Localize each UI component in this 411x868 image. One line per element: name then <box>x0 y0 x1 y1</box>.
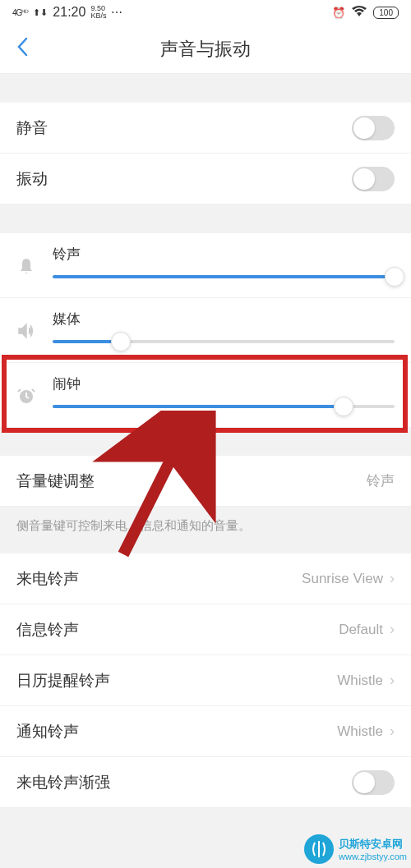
volume-key-helper: 侧音量键可控制来电、信息和通知的音量。 <box>0 507 411 545</box>
alarm-slider-row: 闹钟 <box>0 363 411 427</box>
volume-sliders: 铃声 媒体 闹钟 <box>0 233 411 427</box>
chevron-right-icon: › <box>390 672 395 689</box>
call-ringtone-label: 来电铃声 <box>16 568 302 590</box>
call-ringtone-row[interactable]: 来电铃声 Sunrise View › <box>0 553 411 604</box>
watermark-logo-icon <box>304 834 334 864</box>
watermark-title: 贝斯特安卓网 <box>339 837 407 852</box>
volume-key-value: 铃声 <box>367 471 395 490</box>
watermark-url: www.zjbstyy.com <box>339 852 407 861</box>
message-ringtone-label: 信息铃声 <box>16 619 339 641</box>
ringtone-slider-row: 铃声 <box>0 233 411 298</box>
notification-ringtone-value: Whistle <box>337 723 383 740</box>
chevron-right-icon: › <box>390 723 395 740</box>
alarm-slider-label: 闹钟 <box>53 374 395 393</box>
message-ringtone-value: Default <box>339 622 383 638</box>
volume-key-row[interactable]: 音量键调整 铃声 <box>0 456 411 507</box>
mute-label: 静音 <box>16 117 352 139</box>
gradual-ringtone-toggle[interactable] <box>352 770 395 795</box>
call-ringtone-value: Sunrise View <box>302 571 383 587</box>
status-time: 21:20 <box>53 5 85 20</box>
chevron-right-icon: › <box>390 570 395 587</box>
page-title: 声音与振动 <box>0 37 411 62</box>
media-slider-label: 媒体 <box>53 310 395 328</box>
calendar-ringtone-row[interactable]: 日历提醒铃声 Whistle › <box>0 655 411 706</box>
status-speed: 9.50 KB/s <box>90 5 106 20</box>
message-ringtone-row[interactable]: 信息铃声 Default › <box>0 604 411 655</box>
media-slider[interactable] <box>53 340 395 343</box>
notification-ringtone-row[interactable]: 通知铃声 Whistle › <box>0 706 411 757</box>
alarm-slider[interactable] <box>53 405 395 408</box>
status-bar: 4Gᴴᴰ ⬆⬇ 21:20 9.50 KB/s ⋯ ⏰ 100 <box>0 0 411 25</box>
mute-row[interactable]: 静音 <box>0 103 411 154</box>
wifi-icon <box>352 6 367 20</box>
status-more: ⋯ <box>111 6 123 19</box>
vibrate-row[interactable]: 振动 <box>0 154 411 204</box>
media-slider-row: 媒体 <box>0 298 411 363</box>
chevron-right-icon: › <box>390 621 395 638</box>
network-indicator: 4Gᴴᴰ <box>12 8 28 17</box>
watermark: 贝斯特安卓网 www.zjbstyy.com <box>304 834 407 864</box>
speaker-icon <box>16 310 43 346</box>
gradual-ringtone-label: 来电铃声渐强 <box>16 772 352 793</box>
alarm-icon: ⏰ <box>332 7 345 19</box>
volume-key-label: 音量键调整 <box>16 471 367 492</box>
battery-indicator: 100 <box>373 7 399 19</box>
vibrate-label: 振动 <box>16 168 352 190</box>
notification-ringtone-label: 通知铃声 <box>16 721 337 742</box>
page-header: 声音与振动 <box>0 25 411 74</box>
ringtone-slider-label: 铃声 <box>53 245 395 264</box>
gradual-ringtone-row[interactable]: 来电铃声渐强 <box>0 757 411 808</box>
back-button[interactable] <box>16 36 28 62</box>
vibrate-toggle[interactable] <box>352 167 395 191</box>
calendar-ringtone-label: 日历提醒铃声 <box>16 670 337 691</box>
bell-icon <box>16 245 43 281</box>
mute-toggle[interactable] <box>352 116 395 140</box>
clock-icon <box>16 374 43 411</box>
ringtone-slider[interactable] <box>53 275 395 278</box>
calendar-ringtone-value: Whistle <box>337 673 383 689</box>
